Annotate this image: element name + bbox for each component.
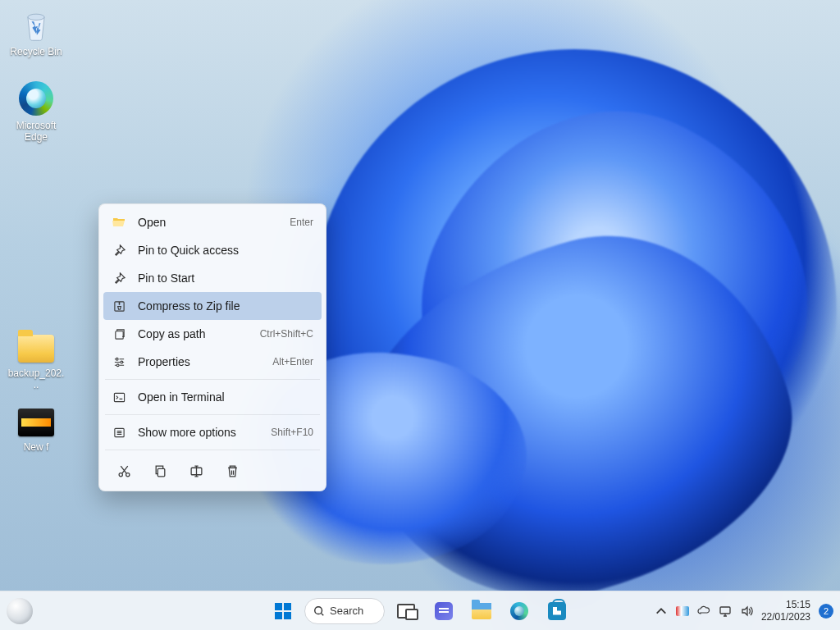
- edge-icon: [510, 602, 528, 620]
- desktop-icon-label: New f: [5, 441, 67, 453]
- desktop-icon-edge[interactable]: Microsoft Edge: [5, 80, 67, 143]
- svg-rect-13: [720, 607, 730, 614]
- desktop-icon-recycle-bin[interactable]: Recycle Bin: [5, 7, 67, 57]
- menu-item-label: Compress to Zip file: [138, 299, 313, 313]
- zip-icon: [112, 299, 126, 313]
- search-icon: [313, 605, 325, 617]
- menu-item-pin-start[interactable]: Pin to Start: [103, 264, 322, 292]
- store-button[interactable]: [541, 595, 573, 628]
- taskbar: Search 15:15 22/01/2023 2: [0, 591, 840, 630]
- rename-button[interactable]: [180, 457, 212, 485]
- search-label: Search: [330, 605, 363, 617]
- copy-button[interactable]: [144, 457, 176, 485]
- menu-separator: [105, 379, 320, 380]
- svg-rect-2: [115, 331, 122, 338]
- more-options-icon: [112, 425, 126, 440]
- desktop-icon-label: Recycle Bin: [5, 46, 67, 57]
- delete-button[interactable]: [217, 457, 248, 485]
- svg-point-5: [116, 363, 119, 366]
- windows-logo-icon: [275, 603, 291, 619]
- svg-rect-10: [158, 468, 165, 477]
- volume-icon: [740, 605, 753, 618]
- taskbar-system-tray: 15:15 22/01/2023 2: [655, 599, 833, 623]
- clock-time: 15:15: [761, 599, 810, 611]
- onedrive-icon: [697, 605, 710, 618]
- taskbar-center: Search: [267, 595, 573, 628]
- chat-button[interactable]: [427, 595, 460, 628]
- menu-item-properties[interactable]: Properties Alt+Enter: [103, 348, 322, 376]
- menu-item-label: Properties: [138, 355, 272, 368]
- svg-point-3: [116, 358, 118, 360]
- desktop-icon-label: backup_202...: [5, 368, 67, 390]
- edge-icon: [18, 80, 54, 116]
- task-view-button[interactable]: [390, 595, 422, 628]
- menu-item-label: Show more options: [138, 426, 271, 439]
- properties-icon: [112, 354, 126, 369]
- pin-icon: [112, 243, 126, 258]
- notification-badge[interactable]: 2: [819, 604, 833, 619]
- taskbar-search[interactable]: Search: [304, 598, 385, 624]
- menu-separator: [105, 450, 320, 450]
- file-explorer-button[interactable]: [465, 595, 498, 628]
- menu-item-label: Pin to Start: [138, 272, 313, 285]
- folder-icon: [18, 328, 54, 364]
- menu-item-label: Open in Terminal: [138, 390, 313, 404]
- network-icon: [719, 605, 732, 618]
- menu-item-compress-zip[interactable]: Compress to Zip file: [103, 292, 322, 320]
- menu-item-open-terminal[interactable]: Open in Terminal: [103, 383, 322, 411]
- taskbar-clock[interactable]: 15:15 22/01/2023: [761, 599, 810, 623]
- menu-item-label: Copy as path: [138, 327, 260, 340]
- desktop-icon-backup-folder[interactable]: backup_202...: [5, 328, 67, 390]
- svg-point-4: [120, 361, 122, 363]
- menu-item-accel: Ctrl+Shift+C: [260, 328, 313, 340]
- task-view-icon: [397, 604, 415, 619]
- menu-item-accel: Enter: [290, 217, 313, 228]
- edge-button[interactable]: [503, 595, 536, 628]
- menu-item-label: Open: [138, 216, 290, 229]
- desktop-icon-label: Microsoft Edge: [5, 120, 67, 143]
- taskbar-widgets[interactable]: [7, 598, 33, 624]
- svg-point-0: [28, 14, 44, 20]
- svg-point-8: [119, 472, 122, 476]
- recycle-bin-icon: [18, 7, 54, 43]
- menu-item-accel: Shift+F10: [271, 427, 313, 438]
- cut-button[interactable]: [108, 457, 139, 485]
- menu-separator: [105, 414, 320, 415]
- menu-item-label: Pin to Quick access: [138, 244, 313, 257]
- file-icon: [18, 402, 54, 438]
- menu-item-pin-quick-access[interactable]: Pin to Quick access: [103, 236, 322, 264]
- context-menu-action-row: [103, 454, 322, 486]
- file-explorer-icon: [472, 603, 491, 619]
- menu-item-accel: Alt+Enter: [272, 356, 313, 368]
- context-menu: Open Enter Pin to Quick access Pin to St…: [98, 203, 326, 491]
- start-button[interactable]: [267, 595, 299, 628]
- notification-count: 2: [824, 606, 829, 616]
- tray-icons[interactable]: [655, 605, 753, 618]
- store-icon: [548, 602, 566, 620]
- folder-open-icon: [112, 215, 126, 230]
- tray-app-icon: [676, 606, 689, 616]
- copy-path-icon: [112, 326, 126, 341]
- menu-item-copy-path[interactable]: Copy as path Ctrl+Shift+C: [103, 320, 322, 348]
- menu-item-open[interactable]: Open Enter: [103, 208, 322, 236]
- desktop-icon-new-file[interactable]: New f: [5, 402, 67, 453]
- svg-point-9: [126, 472, 129, 476]
- terminal-icon: [112, 390, 126, 404]
- widgets-icon: [7, 598, 33, 624]
- chevron-up-icon: [655, 605, 668, 618]
- menu-item-show-more-options[interactable]: Show more options Shift+F10: [103, 418, 322, 446]
- clock-date: 22/01/2023: [761, 611, 810, 623]
- svg-rect-6: [114, 393, 124, 401]
- chat-icon: [435, 602, 453, 620]
- svg-point-12: [315, 606, 322, 614]
- desktop[interactable]: Recycle Bin Microsoft Edge backup_202...…: [0, 0, 840, 630]
- pin-icon: [112, 271, 126, 285]
